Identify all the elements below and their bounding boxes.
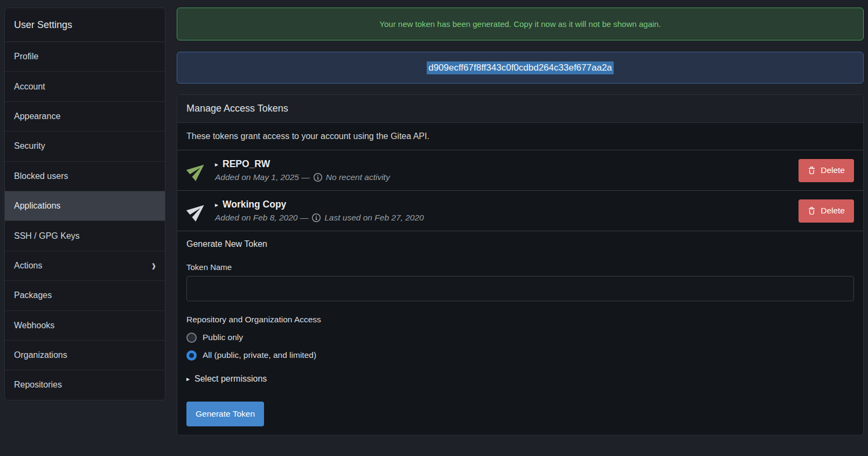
sidebar-item-security[interactable]: Security <box>5 132 165 161</box>
triangle-right-icon: ▸ <box>186 375 190 383</box>
sidebar-item-ssh-gpg-keys[interactable]: SSH / GPG Keys <box>5 221 165 251</box>
repo-org-access-label: Repository and Organization Access <box>186 315 854 324</box>
token-meta: Added on May 1, 2025 — No recent activit… <box>215 172 390 182</box>
triangle-right-icon: ▸ <box>215 161 218 168</box>
sidebar-item-appearance[interactable]: Appearance <box>5 102 165 132</box>
token-name-text: Working Copy <box>223 199 286 210</box>
sidebar-item-blocked-users[interactable]: Blocked users <box>5 162 165 191</box>
new-token-box: d909ecff67f8ff343c0f0cdbd264c33ef677aa2a <box>177 52 864 84</box>
new-token-value[interactable]: d909ecff67f8ff343c0f0cdbd264c33ef677aa2a <box>427 61 614 74</box>
token-name-toggle[interactable]: ▸ Working Copy <box>215 199 424 210</box>
generate-new-token-title: Generate New Token <box>186 239 854 249</box>
triangle-right-icon: ▸ <box>215 201 218 209</box>
sidebar-item-packages[interactable]: Packages <box>5 281 165 310</box>
token-row: ▸ REPO_RW Added on May 1, 2025 — No rece… <box>177 150 863 191</box>
sidebar-item-profile[interactable]: Profile <box>5 42 165 72</box>
token-name-label: Token Name <box>186 262 854 272</box>
token-activity-text: No recent activity <box>326 172 390 182</box>
panel-description: These tokens grant access to your accoun… <box>177 123 863 150</box>
success-message-text: Your new token has been generated. Copy … <box>379 19 661 29</box>
radio-label: All (public, private, and limited) <box>203 350 316 360</box>
trash-icon <box>808 167 816 175</box>
chevron-right-icon: › <box>152 258 156 274</box>
generate-token-form: Generate New Token Token Name Repository… <box>177 231 863 435</box>
token-name-input[interactable] <box>186 276 854 301</box>
main-content: Your new token has been generated. Copy … <box>177 8 864 436</box>
select-permissions-label: Select permissions <box>195 374 267 384</box>
radio-label: Public only <box>203 333 243 342</box>
trash-icon <box>808 207 816 215</box>
settings-sidebar: User Settings Profile Account Appearance… <box>4 8 165 400</box>
sidebar-item-applications[interactable]: Applications <box>5 191 165 221</box>
token-meta: Added on Feb 8, 2020 — Last used on Feb … <box>215 213 424 223</box>
token-name-text: REPO_RW <box>223 158 270 170</box>
sidebar-item-organizations[interactable]: Organizations <box>5 341 165 370</box>
token-added-date: Added on May 1, 2025 — <box>215 172 310 182</box>
delete-token-button[interactable]: Delete <box>798 159 854 182</box>
page: User Settings Profile Account Appearance… <box>0 0 868 436</box>
panel-title: Manage Access Tokens <box>177 95 863 123</box>
select-permissions-toggle[interactable]: ▸ Select permissions <box>186 374 854 384</box>
radio-button[interactable] <box>186 333 197 343</box>
sidebar-item-webhooks[interactable]: Webhooks <box>5 311 165 341</box>
delete-button-label: Delete <box>821 165 845 175</box>
radio-option-public-only[interactable]: Public only <box>186 331 854 343</box>
delete-token-button[interactable]: Delete <box>798 199 854 223</box>
token-info: ▸ REPO_RW Added on May 1, 2025 — No rece… <box>215 158 390 182</box>
info-icon[interactable] <box>314 173 322 182</box>
token-added-date: Added on Feb 8, 2020 — <box>215 213 308 223</box>
radio-button[interactable] <box>186 350 197 361</box>
sidebar-item-repositories[interactable]: Repositories <box>5 370 165 399</box>
token-info: ▸ Working Copy Added on Feb 8, 2020 — La… <box>215 199 424 223</box>
token-activity-text: Last used on Feb 27, 2020 <box>324 213 423 223</box>
sidebar-item-account[interactable]: Account <box>5 72 165 101</box>
sidebar-item-actions[interactable]: Actions › <box>5 251 165 281</box>
sidebar-title: User Settings <box>5 8 165 42</box>
paper-plane-icon <box>186 200 208 222</box>
generate-token-button[interactable]: Generate Token <box>186 402 264 426</box>
access-tokens-panel: Manage Access Tokens These tokens grant … <box>177 94 864 436</box>
token-row: ▸ Working Copy Added on Feb 8, 2020 — La… <box>177 191 863 231</box>
info-icon[interactable] <box>312 213 321 222</box>
paper-plane-icon <box>186 160 208 181</box>
token-name-toggle[interactable]: ▸ REPO_RW <box>215 158 390 170</box>
delete-button-label: Delete <box>821 206 845 216</box>
radio-option-all[interactable]: All (public, private, and limited) <box>186 349 854 361</box>
success-message: Your new token has been generated. Copy … <box>177 8 864 40</box>
